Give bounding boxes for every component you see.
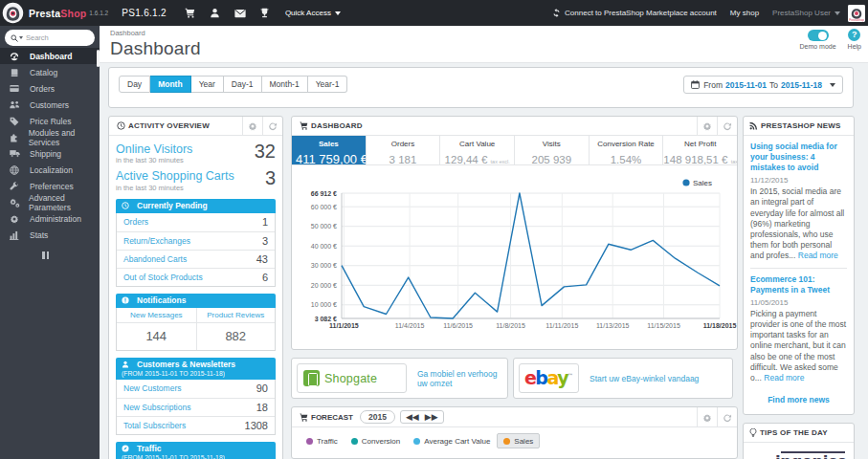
- sidebar-item-label: Dashboard: [30, 52, 72, 61]
- forecast-legend-average-cart-value[interactable]: Average Cart Value: [407, 433, 497, 448]
- caret-down-icon: [830, 83, 835, 87]
- ebay-link[interactable]: Start uw eBay-winkel vandaag: [590, 374, 699, 383]
- sidebar-item-dashboard[interactable]: Dashboard: [0, 48, 100, 64]
- search-input[interactable]: [26, 33, 76, 42]
- sidebar-item-catalog[interactable]: Catalog: [0, 64, 100, 80]
- puzzle-icon: [10, 133, 20, 142]
- panel-refresh-button[interactable]: [717, 407, 737, 427]
- notification-label[interactable]: Product Reviews: [197, 308, 276, 323]
- sidebar-search[interactable]: [5, 30, 95, 46]
- news-headline[interactable]: Ecommerce 101: Payments in a Tweet: [750, 274, 847, 295]
- section-header-customers: Customers & Newsletters(FROM 2015-11-01 …: [116, 358, 276, 380]
- forecast-panel: FORECAST 2015 ◀◀ ▶▶ TrafficConversionAve…: [291, 406, 738, 459]
- range-button-year[interactable]: Year: [191, 76, 224, 93]
- demo-mode-toggle[interactable]: Demo mode: [799, 29, 835, 50]
- read-more-link[interactable]: Read more: [798, 251, 838, 260]
- kpi-net-profit[interactable]: Net Profit148 918,51 € tax excl.: [662, 136, 737, 164]
- envelope-icon[interactable]: [228, 0, 253, 26]
- panel-refresh-button[interactable]: [262, 117, 282, 136]
- read-more-link[interactable]: Read more: [764, 373, 804, 382]
- marketplace-link[interactable]: Connect to PrestaShop Marketplace accoun…: [552, 9, 717, 17]
- forecast-legend-conversion[interactable]: Conversion: [345, 433, 407, 448]
- kpi-sales[interactable]: Sales411 759,00 € tax excl.: [292, 136, 366, 164]
- customers-row-new-customers[interactable]: New Customers90: [117, 380, 275, 398]
- date-range-button-group: DayMonthYearDay-1Month-1Year-1: [119, 76, 347, 93]
- sidebar-item-label: Administration: [30, 214, 81, 224]
- help-button[interactable]: ? Help: [848, 29, 861, 50]
- panel-refresh-button[interactable]: [717, 117, 737, 136]
- forecast-legend-sales[interactable]: Sales: [497, 433, 540, 448]
- help-icon: ?: [848, 29, 860, 41]
- sales-trend-chart[interactable]: 3 082 €10 000 €20 000 €30 000 €40 000 €5…: [292, 165, 737, 349]
- kpi-orders[interactable]: Orders3 181: [366, 136, 440, 164]
- sidebar-item-administration[interactable]: Administration: [0, 210, 100, 227]
- customers-row-new-subscriptions[interactable]: New Subscriptions18: [117, 398, 275, 416]
- trophy-icon[interactable]: [253, 0, 278, 26]
- notification-label[interactable]: New Messages: [117, 308, 196, 323]
- panel-settings-button[interactable]: [697, 407, 717, 427]
- range-button-year-1[interactable]: Year-1: [308, 76, 348, 93]
- big-stat-label[interactable]: Active Shopping Carts: [116, 169, 234, 183]
- pending-row-out-of-stock-products[interactable]: Out of Stock Products6: [117, 268, 275, 286]
- dashboard-panel-title: DASHBOARD: [300, 121, 363, 130]
- sidebar-item-preferences[interactable]: Preferences: [0, 178, 100, 194]
- range-button-day-1[interactable]: Day-1: [224, 76, 262, 93]
- kpi-visits[interactable]: Visits205 939: [514, 136, 589, 164]
- range-button-month-1[interactable]: Month-1: [262, 76, 308, 93]
- shopgate-link[interactable]: Ga mobiel en verhoog uw omzet: [417, 369, 507, 388]
- find-more-news-link[interactable]: Find more news: [750, 395, 847, 404]
- big-stat-label[interactable]: Online Visitors: [116, 142, 192, 156]
- section-header-traffic: Traffic(FROM 2015-11-01 TO 2015-11-18): [116, 442, 276, 459]
- news-headline[interactable]: Using social media for your business: 4 …: [750, 142, 847, 173]
- sidebar-item-customers[interactable]: Customers: [0, 97, 100, 113]
- customers-row-total-subscribers[interactable]: Total Subscribers1308: [117, 416, 275, 434]
- forward-icon[interactable]: ▶▶: [425, 413, 438, 422]
- backward-icon[interactable]: ◀◀: [406, 413, 419, 422]
- user-avatar[interactable]: PrestaShop: [848, 5, 865, 22]
- kpi-cart-value[interactable]: Cart Value129,44 € tax excl.: [439, 136, 514, 164]
- forecast-legend-traffic[interactable]: Traffic: [300, 433, 345, 448]
- pending-row-abandoned-carts[interactable]: Abandoned Carts43: [117, 250, 275, 268]
- toggle-switch-on[interactable]: [808, 30, 829, 41]
- big-stat-value: 3: [265, 167, 276, 189]
- shop-name[interactable]: PS1.6.1.2: [122, 8, 167, 18]
- sidebar-item-orders[interactable]: Orders: [0, 80, 100, 97]
- shopgate-module-card: Shopgate Ga mobiel en verhoog uw omzet: [291, 358, 508, 399]
- sidebar-item-label: Advanced Parameters: [29, 193, 100, 212]
- sidebar-item-modules-and-services[interactable]: Modules and Services: [0, 129, 100, 145]
- news-panel-title: PRESTASHOP NEWS: [749, 121, 841, 130]
- sidebar-item-price-rules[interactable]: Price Rules: [0, 113, 100, 129]
- range-button-day[interactable]: Day: [119, 76, 150, 93]
- sidebar-item-label: Catalog: [30, 68, 57, 77]
- caret-down-icon[interactable]: [19, 36, 23, 39]
- svg-text:66 912 €: 66 912 €: [311, 190, 337, 197]
- rss-icon: [749, 121, 758, 130]
- forecast-year-badge[interactable]: 2015: [360, 410, 395, 424]
- pending-row-orders[interactable]: Orders1: [117, 213, 275, 231]
- ebay-logo[interactable]: ebay™: [519, 363, 579, 393]
- range-button-month[interactable]: Month: [150, 76, 191, 93]
- breadcrumb[interactable]: Dashboard: [110, 29, 868, 37]
- user-menu[interactable]: PrestaShop User: [772, 9, 840, 17]
- pending-row-return-exchanges[interactable]: Return/Exchanges3: [117, 231, 275, 250]
- sidebar-collapse-button[interactable]: [42, 251, 100, 261]
- svg-text:30 000 €: 30 000 €: [311, 262, 337, 269]
- activity-overview-panel: ACTIVITY OVERVIEW Online Visitors32in th…: [108, 116, 283, 459]
- panel-settings-button[interactable]: [242, 117, 262, 136]
- refresh-icon: [723, 121, 732, 131]
- user-icon[interactable]: [203, 0, 228, 26]
- sidebar-item-localization[interactable]: Localization: [0, 162, 100, 178]
- brand-logo-text[interactable]: PrestaShop: [29, 8, 86, 19]
- date-range-picker[interactable]: From 2015-11-01 To 2015-11-18: [683, 76, 843, 94]
- shopgate-logo[interactable]: Shopgate: [297, 363, 407, 393]
- quick-access-menu[interactable]: Quick Access: [285, 9, 341, 17]
- panel-settings-button[interactable]: [697, 117, 717, 136]
- cart-icon[interactable]: [178, 0, 203, 26]
- my-shop-link[interactable]: My shop: [730, 9, 759, 17]
- sidebar-item-advanced-parameters[interactable]: Advanced Parameters: [0, 194, 100, 210]
- sidebar-item-shipping[interactable]: Shipping: [0, 145, 100, 162]
- sidebar-item-stats[interactable]: Stats: [0, 227, 100, 243]
- news-date: 11/05/2015: [750, 298, 847, 307]
- sidebar-scrollbar-thumb[interactable]: [97, 50, 100, 67]
- kpi-conversion-rate[interactable]: Conversion Rate1.54%: [589, 136, 663, 164]
